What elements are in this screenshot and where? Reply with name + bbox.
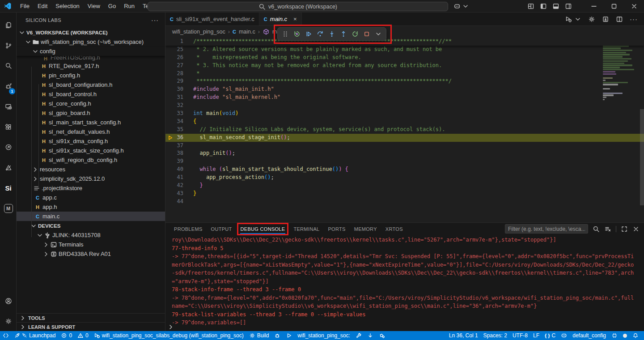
code-line-37[interactable]: 37 <box>165 142 644 150</box>
status-debug-gear[interactable] <box>376 331 388 340</box>
code-line-40[interactable]: 40 while (sl_main_start_task_should_cont… <box>165 166 644 174</box>
console-filter-input[interactable] <box>505 224 588 234</box>
status-wifi_station_ping_soc-[interactable]: wifi_station_ping_soc: <box>295 331 352 340</box>
status-wrench[interactable] <box>353 331 364 340</box>
menu-view[interactable]: View <box>84 0 104 13</box>
debug-console-output[interactable]: roy\\Downloads\\SDKs\\Dec\\Dec_22\\gecko… <box>165 235 644 331</box>
close-panel-icon[interactable] <box>632 225 640 233</box>
toggle-secondary-sidebar-icon[interactable] <box>565 3 572 10</box>
status-bug[interactable] <box>271 331 283 340</box>
file-app-c[interactable]: Capp.c <box>17 193 165 202</box>
status-ln-36-col-1[interactable]: Ln 36, Col 1 <box>446 331 481 340</box>
code-line-32[interactable]: 32 <box>165 102 644 110</box>
status-play[interactable] <box>283 331 295 340</box>
maximize-panel-icon[interactable] <box>621 225 628 233</box>
panel-tab-debug-console[interactable]: DEBUG CONSOLE <box>240 225 286 234</box>
activity-silicon-labs[interactable]: Si <box>0 179 17 197</box>
activity-remote-explorer[interactable] <box>0 98 17 115</box>
status-debug[interactable]: wifi_station_ping_soc_silabs_debug (wifi… <box>91 331 246 340</box>
sticky-code-line[interactable]: 1/**************************************… <box>165 38 644 46</box>
code-line-36[interactable]: 36 sl_main_second_stage_init(); <box>165 134 644 142</box>
code-line-42[interactable]: 42 } <box>165 182 644 190</box>
debug-step-out-icon[interactable] <box>339 29 348 39</box>
menu-file[interactable]: File <box>16 0 34 13</box>
breadcrumb[interactable]: wifi_station_ping_soc›Cmain.c›main <box>165 26 644 38</box>
activity-silabs-tools[interactable] <box>0 159 17 177</box>
close-button[interactable] <box>624 0 644 13</box>
activity-search[interactable] <box>0 57 17 75</box>
code-line-30[interactable]: 30#include "sl_main_init.h" <box>165 85 644 94</box>
code-editor[interactable]: 1/**************************************… <box>165 38 644 222</box>
search-icon[interactable] <box>593 225 600 233</box>
code-line-39[interactable]: 39 <box>165 157 644 166</box>
status-chip[interactable] <box>609 331 620 340</box>
clear-console-icon[interactable] <box>604 225 611 233</box>
file-hidden[interactable]: HFreeRTOSConfig.h <box>17 56 165 61</box>
panel-tab-memory[interactable]: MEMORY <box>354 225 377 234</box>
activity-explorer[interactable] <box>0 16 17 34</box>
status-braces[interactable]: { }C <box>542 331 558 340</box>
section-learn[interactable]: LEARN & SUPPORT <box>17 322 165 331</box>
status-error[interactable]: 0 <box>58 331 75 340</box>
debug-reset-icon[interactable] <box>292 29 302 39</box>
code-line-33[interactable]: 33int main(void) <box>165 110 644 118</box>
debug-restart-icon[interactable] <box>350 29 360 39</box>
debug-step-into-icon[interactable] <box>327 29 337 39</box>
ellipsis-icon[interactable]: ··· <box>630 15 638 23</box>
status-launchpad[interactable]: Launchpad <box>12 331 58 340</box>
toggle-sidebar-icon[interactable] <box>540 3 547 10</box>
panel-tab-xrtos[interactable]: XRTOS <box>385 225 403 234</box>
status-warning[interactable]: 0 <box>75 331 91 340</box>
activity-account[interactable] <box>0 292 17 310</box>
panel-tab-ports[interactable]: PORTS <box>327 225 346 234</box>
code-line-29[interactable]: 29 *************************************… <box>165 77 644 85</box>
project-folder[interactable]: wifi_station_ping_soc (~\v6_workspace) <box>17 37 165 47</box>
menu-run[interactable]: Run <box>120 0 139 13</box>
debug-stop-icon[interactable] <box>362 29 372 39</box>
breadcrumb-item[interactable]: wifi_station_ping_soc <box>172 29 225 35</box>
status-lf[interactable]: LF <box>530 331 542 340</box>
status-arrow-down[interactable] <box>364 331 376 340</box>
gear-icon[interactable] <box>588 16 595 23</box>
file-main-c[interactable]: Cmain.c <box>17 212 165 221</box>
code-line-41[interactable]: 41 app_process_action(); <box>165 174 644 182</box>
maximize-button[interactable] <box>604 0 624 13</box>
activity-run-and-debug[interactable]: 1 <box>0 77 17 95</box>
device-BRD4338A-Rev-A01[interactable]: BRD4338A Rev A01 <box>17 249 165 259</box>
code-line-27[interactable]: 27 * 3. This notice may not be removed o… <box>165 62 644 70</box>
toolbar-more-icon[interactable] <box>373 29 383 39</box>
tab-sli_si91x_wifi_event_handler-c[interactable]: Csli_si91x_wifi_event_handler.c <box>165 13 259 26</box>
close-tab-icon[interactable]: × <box>293 16 297 22</box>
code-line-38[interactable]: 38 app_init(); <box>165 149 644 157</box>
folder-config[interactable]: config <box>17 47 165 56</box>
panel-tab-terminal[interactable]: TERMINAL <box>293 225 320 234</box>
status-dot[interactable] <box>620 331 630 340</box>
menu-selection[interactable]: Selection <box>51 0 83 13</box>
editor-scrollbar[interactable] <box>640 109 644 205</box>
activity-settings-gear[interactable] <box>0 312 17 330</box>
activity-run-circle[interactable] <box>0 138 17 156</box>
command-center-search[interactable]: v6_workspace (Workspace) <box>148 2 448 11</box>
status-bell[interactable] <box>630 331 641 340</box>
status-spaces-2[interactable]: Spaces: 2 <box>481 331 510 340</box>
device-Terminals[interactable]: Terminals <box>17 240 165 249</box>
status-gear[interactable]: Build <box>246 331 272 340</box>
file-RTE_Device_917-h[interactable]: HRTE_Device_917.h <box>17 61 165 71</box>
code-line-34[interactable]: 34{ <box>165 118 644 126</box>
flash-download-icon[interactable] <box>602 16 609 23</box>
minimap[interactable] <box>603 39 640 103</box>
activity-source-control[interactable] <box>0 37 17 55</box>
code-line-35[interactable]: 35 // Initialize Silicon Labs device, sy… <box>165 126 644 134</box>
status-remote[interactable] <box>0 331 12 340</box>
code-line-28[interactable]: 28 * <box>165 70 644 78</box>
devices-section[interactable]: DEVICES <box>17 221 165 230</box>
debug-step-over-icon[interactable] <box>315 29 325 39</box>
sidebar-more-actions-icon[interactable]: ··· <box>151 17 159 24</box>
status-utf-8[interactable]: UTF-8 <box>510 331 530 340</box>
status-copilot[interactable] <box>558 331 570 340</box>
code-line-31[interactable]: 31#include "sl_main_kernel.h" <box>165 94 644 102</box>
code-line-26[interactable]: 26 * misrepresented as being the origina… <box>165 54 644 62</box>
debug-run-icon[interactable] <box>565 16 572 23</box>
toggle-panel-icon[interactable] <box>552 3 559 10</box>
code-line-44[interactable]: 44 <box>165 198 644 206</box>
